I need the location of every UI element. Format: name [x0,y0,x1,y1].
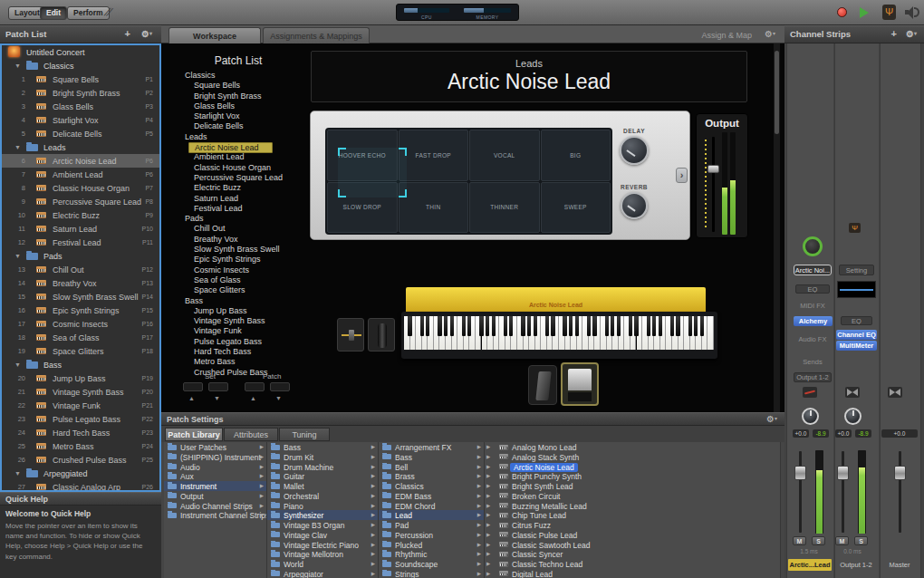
disclosure-open-icon[interactable]: ▼ [14,144,21,150]
piano-black-key[interactable] [694,316,698,336]
library-item-lead[interactable]: Lead▶ [379,510,484,520]
delay-knob[interactable] [620,136,649,165]
play-button[interactable] [860,7,869,18]
patch-row-jump-up-bass[interactable]: 20Jump Up BassP19 [2,371,159,385]
strip1-mute-button[interactable]: M [793,536,806,545]
library-item-edm-chord[interactable]: EDM Chord▶ [379,501,484,511]
library-item-audio-channel-strips[interactable]: Audio Channel Strips▶ [164,501,266,511]
ws-item-ambient-lead[interactable]: Ambient Lead [174,152,312,162]
tab-tuning[interactable]: Tuning [279,428,330,441]
strip1-alchemy-plugin[interactable]: Alchemy [794,316,833,326]
library-item-instrument-channel-strips[interactable]: Instrument Channel Strips▶ [164,510,266,520]
library-item-pad[interactable]: Pad▶ [379,520,484,530]
library-item-edm-bass[interactable]: EDM Bass▶ [379,491,484,501]
patch-row-crushed-pulse-bass[interactable]: 26Crushed Pulse BassP25 [2,453,159,467]
strip1-solo-button[interactable]: S [812,536,825,545]
piano-black-key[interactable] [569,316,573,336]
piano-black-key[interactable] [611,316,614,336]
library-item-bass[interactable]: Bass▶ [379,452,484,462]
library-item-classics[interactable]: Classics▶ [379,481,484,491]
ws-item-space-glitters[interactable]: Space Glitters [174,285,312,295]
folder-row-classics[interactable]: ▼Classics [2,59,159,72]
library-item-plucked[interactable]: Plucked▶ [379,540,484,550]
piano-black-key[interactable] [587,316,591,336]
piano-black-key[interactable] [676,316,679,336]
patch-row-starlight-vox[interactable]: 4Starlight VoxP4 [2,113,159,127]
piano-black-key[interactable] [479,316,483,336]
ws-item-sea-of-glass[interactable]: Sea of Glass [174,275,312,285]
library-item-audio[interactable]: Audio▶ [164,462,266,472]
patch-row-electric-buzz[interactable]: 10Electric BuzzP9 [2,208,159,222]
record-button[interactable] [837,7,847,17]
strip1-name[interactable]: Arctic...Lead [788,559,832,571]
piano-white-key[interactable] [707,316,714,350]
library-item-chip-tune-lead[interactable]: ▶Chip Tune Lead [485,510,780,520]
workspace-scrollbar[interactable] [774,43,780,412]
perform-mode-button[interactable]: Perform [67,6,110,20]
ws-item-starlight-vox[interactable]: Starlight Vox [174,111,312,121]
library-item-strings[interactable]: Strings▶ [379,569,484,578]
library-item-brass[interactable]: Brass▶ [379,471,484,481]
library-item-mallet[interactable]: Mallet▶ [267,481,378,491]
strip1-setting-box[interactable]: Arctic Noi... [794,265,832,275]
patch-row-square-bells[interactable]: 1Square BellsP1 [2,72,159,86]
pad-thin[interactable]: THIN [399,182,469,234]
ws-item-epic-synth-strings[interactable]: Epic Synth Strings [174,255,312,265]
patch-row-ambient-lead[interactable]: 7Ambient LeadP6 [2,168,159,181]
ws-item-glass-bells[interactable]: Glass Bells [174,101,312,111]
piano-black-key[interactable] [521,316,525,336]
pad-fast-drop[interactable]: FAST DROP [399,130,469,181]
strip2-mute-button[interactable]: M [835,536,849,545]
piano-black-key[interactable] [527,316,531,336]
ws-item-festival-lead[interactable]: Festival Lead [174,204,312,214]
ws-item-metro-bass[interactable]: Metro Bass [174,357,312,367]
patch-row-bright-synth-brass[interactable]: 2Bright Synth BrassP2 [2,86,159,100]
patch-settings-action-menu[interactable]: ⚙▾ [766,414,777,424]
library-item-arrangement-fx[interactable]: Arrangement FX▶ [379,442,484,452]
edit-mode-button[interactable]: Edit [40,6,67,20]
ws-item-hard-tech-bass[interactable]: Hard Tech Bass [174,347,312,357]
strip2-setting-button[interactable]: Setting [839,265,874,275]
piano-black-key[interactable] [617,316,621,336]
ws-item-crushed-pulse-bass[interactable]: Crushed Pulse Bass [174,368,312,378]
strip2-name[interactable]: Output 1-2 [834,559,878,571]
output-fader[interactable] [707,165,719,173]
library-item-vintage-b3-organ[interactable]: Vintage B3 Organ▶ [267,520,378,530]
strip2-solo-button[interactable]: S [854,536,868,545]
strip2-multimeter-plugin[interactable]: MultiMeter [836,341,877,351]
piano-black-key[interactable] [426,316,429,336]
patch-row-epic-synth-strings[interactable]: 16Epic Synth StringsP15 [2,303,159,317]
library-item-analog-mono-lead[interactable]: ▶Analog Mono Lead [485,442,780,452]
piano-black-key[interactable] [462,316,466,336]
library-item-user-patches[interactable]: User Patches▶ [164,442,266,452]
set-up-button[interactable]: ▲ [188,395,195,401]
piano-black-key[interactable] [647,316,650,336]
folder-row-pads[interactable]: ▼Pads [2,249,159,263]
library-item-world[interactable]: World▶ [267,559,378,569]
patch-list-action-menu[interactable]: ⚙▾ [141,28,152,40]
ws-item-square-bells[interactable]: Square Bells [174,81,312,91]
patch-row-pulse-legato-bass[interactable]: 23Pulse Legato BassP22 [2,412,159,426]
library-item-digital-lead[interactable]: ▶Digital Lead [485,569,780,578]
strip2-eq-display[interactable] [837,281,876,298]
patch-down-button[interactable]: ▼ [275,395,282,401]
strip1-pan-knob[interactable] [802,408,819,425]
patch-row-vintage-synth-bass[interactable]: 21Vintage Synth BassP20 [2,385,159,399]
patch-row-metro-bass[interactable]: 25Metro BassP24 [2,439,159,453]
ws-item-saturn-lead[interactable]: Saturn Lead [174,194,312,204]
strip2-channel-eq-plugin[interactable]: Channel EQ [836,330,877,340]
piano-black-key[interactable] [509,316,513,336]
piano-black-key[interactable] [575,316,579,336]
piano-black-key[interactable] [592,316,596,336]
strip1-audiofx-slot[interactable]: Audio FX [790,335,835,343]
concert-row[interactable]: Untitled Concert [2,45,159,59]
piano-black-key[interactable] [486,316,489,336]
mod-wheel-control[interactable] [368,318,395,352]
piano-black-key[interactable] [670,316,674,336]
expression-pedal-icon[interactable] [528,365,557,405]
workspace-action-menu[interactable]: ⚙▾ [765,29,775,39]
library-item-vintage-mellotron[interactable]: Vintage Mellotron▶ [267,549,378,559]
library-item-orchestral[interactable]: Orchestral▶ [267,491,378,501]
disclosure-open-icon[interactable]: ▼ [14,63,21,69]
library-item-shipping-instrument[interactable]: (SHIPPING) Instrument▶ [164,452,266,462]
